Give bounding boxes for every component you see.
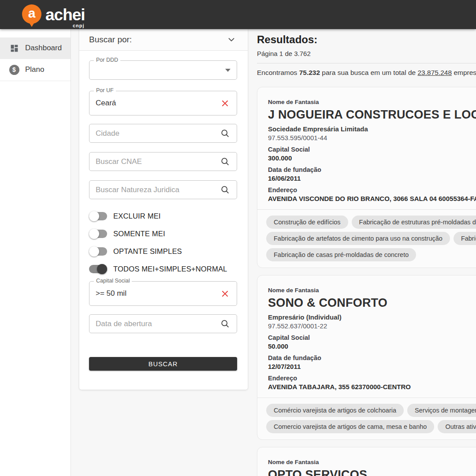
summary-total-link[interactable]: 23.875.248 — [418, 69, 452, 76]
brand-logo[interactable]: a achei cnpj — [22, 5, 85, 24]
uf-input[interactable] — [96, 99, 219, 108]
search-icon[interactable] — [219, 156, 231, 167]
toggle-switch[interactable] — [89, 212, 107, 220]
result-card[interactable]: Nome de FantasiaSONO & CONFORTOEmpresári… — [257, 275, 476, 440]
card-name-label: Nome de Fantasia — [268, 459, 476, 465]
map-pin-icon: a — [22, 4, 41, 24]
card-field-value: 300.000 — [268, 154, 476, 162]
natureza-input[interactable] — [96, 186, 219, 194]
dashboard-icon — [9, 43, 19, 53]
toggle-switch[interactable] — [89, 230, 107, 238]
cnae-chip[interactable]: Comércio varejista de artigos de colchoa… — [266, 404, 404, 417]
cnpj-number: 97.553.595/0001-44 — [268, 134, 476, 141]
ddd-label: Por DDD — [94, 57, 120, 63]
cnae-input[interactable] — [96, 157, 219, 166]
cnae-chip[interactable]: Fabricação de outros artefatos de concre… — [454, 232, 476, 245]
card-name-label: Nome de Fantasia — [268, 287, 476, 294]
capital-label: Capital Social — [94, 278, 132, 284]
buscar-button[interactable]: BUSCAR — [89, 357, 237, 371]
toggle-knob — [89, 229, 99, 239]
chip-row: Construção de edifíciosFabricação de est… — [266, 216, 476, 229]
ddd-value[interactable] — [96, 66, 222, 74]
page-info: Página 1 de 3.762 — [257, 50, 476, 57]
summary-prefix: Encontramos — [257, 69, 299, 76]
toggle-label: EXCLUIR MEI — [113, 212, 161, 220]
company-name: OPTO SERVICOS — [268, 468, 476, 476]
legal-nature: Sociedade Empresária Limitada — [268, 125, 476, 133]
company-name: SONO & CONFORTO — [268, 296, 476, 310]
toggle-row: EXCLUIR MEI — [89, 211, 238, 221]
brand-sub: cnpj — [73, 23, 85, 28]
cnae-chip-section: Comércio varejista de artigos de colchoa… — [257, 398, 476, 439]
ddd-select[interactable]: Por DDD — [89, 60, 237, 80]
cnae-chip[interactable]: Comercio varejista de artigos de cama, m… — [266, 420, 434, 433]
uf-label: Por UF — [94, 87, 116, 93]
sidebar-item-label: Plano — [25, 65, 44, 74]
card-field-label: Capital Social — [268, 146, 476, 153]
app-header: a achei cnpj — [0, 0, 476, 29]
toggle-label: OPTANTE SIMPLES — [113, 247, 182, 256]
uf-field[interactable]: Por UF — [89, 91, 237, 115]
chip-row: Fabricação de artefatos de cimento para … — [266, 232, 476, 245]
cidade-field[interactable] — [89, 124, 237, 143]
result-card[interactable]: Nome de FantasiaOPTO SERVICOSSociedade E… — [257, 447, 476, 476]
search-icon[interactable] — [219, 128, 231, 139]
card-field-value: 50.000 — [268, 342, 476, 350]
chip-row: Fabricação de casas pré-moldadas de conc… — [266, 248, 476, 261]
filter-panel-header[interactable]: Buscar por: — [79, 29, 248, 51]
toggle-row: TODOS MEI+SIMPLES+NORMAL — [89, 264, 238, 274]
result-card[interactable]: Nome de FantasiaJ NOGUEIRA CONSTRUCOES E… — [257, 87, 476, 268]
toggle-knob — [89, 211, 99, 221]
natureza-field[interactable] — [89, 180, 237, 199]
sidebar-divider — [0, 81, 71, 81]
pin-letter: a — [28, 7, 36, 20]
card-field-label: Data de fundação — [268, 166, 476, 173]
card-field-label: Endereço — [268, 375, 476, 382]
cnpj-number: 97.552.637/0001-22 — [268, 322, 476, 330]
data-abertura-field[interactable] — [89, 314, 237, 333]
cnae-field[interactable] — [89, 152, 237, 171]
summary-middle: para sua busca em um total de — [320, 69, 417, 76]
cnae-chip[interactable]: Fabricação de artefatos de cimento para … — [266, 232, 450, 245]
results-summary: Encontramos 75.232 para sua busca em um … — [257, 69, 476, 77]
card-field-label: Endereço — [268, 186, 476, 193]
toggle-knob — [89, 246, 99, 257]
chevron-down-icon[interactable] — [226, 34, 237, 45]
search-icon[interactable] — [219, 318, 231, 330]
clear-uf-icon[interactable] — [219, 97, 231, 109]
dollar-icon: $ — [9, 64, 19, 75]
legal-nature: Empresário (Individual) — [268, 313, 476, 321]
card-field-label: Capital Social — [268, 334, 476, 341]
search-icon[interactable] — [219, 184, 231, 196]
sidebar-item-plano[interactable]: $ Plano — [0, 59, 71, 81]
results-pane: Resultados: Página 1 de 3.762 Encontramo… — [253, 29, 476, 476]
card-field-value: AVENIDA VISCONDE DO RIO BRANCO, 3066 SAL… — [268, 195, 476, 202]
card-info: Nome de FantasiaSONO & CONFORTOEmpresári… — [257, 275, 476, 398]
cidade-input[interactable] — [96, 129, 219, 138]
toggle-group: EXCLUIR MEISOMENTE MEIOPTANTE SIMPLESTOD… — [89, 211, 238, 274]
capital-input[interactable] — [96, 289, 219, 298]
toggle-label: TODOS MEI+SIMPLES+NORMAL — [113, 265, 227, 273]
toggle-label: SOMENTE MEI — [113, 230, 165, 238]
cnae-chip[interactable]: Outras atividades de serviços pessoais — [438, 420, 476, 433]
sidebar-item-dashboard[interactable]: Dashboard — [0, 37, 71, 59]
toggle-switch[interactable] — [89, 247, 107, 256]
cnae-chip[interactable]: Serviços de montagem de móveis de qualqu… — [407, 404, 476, 417]
toggle-knob — [97, 264, 107, 274]
card-field-value: 16/06/2011 — [268, 175, 476, 182]
card-info: Nome de FantasiaJ NOGUEIRA CONSTRUCOES E… — [257, 87, 476, 209]
chip-row: Comercio varejista de artigos de cama, m… — [266, 420, 476, 433]
brand-name: achei cnpj — [45, 7, 85, 23]
clear-capital-icon[interactable] — [219, 288, 231, 299]
cnae-chip[interactable]: Fabricação de casas pré-moldadas de conc… — [266, 248, 416, 261]
cnae-chip[interactable]: Fabricação de estruturas pré-moldadas de… — [352, 216, 476, 229]
data-abertura-input[interactable] — [96, 320, 219, 328]
toggle-row: SOMENTE MEI — [89, 228, 238, 239]
capital-field[interactable]: Capital Social — [89, 281, 237, 306]
card-info: Nome de FantasiaOPTO SERVICOSSociedade E… — [257, 447, 476, 476]
summary-suffix: empresas | 509 ms — [452, 69, 476, 76]
cnae-chip[interactable]: Construção de edifícios — [266, 216, 348, 229]
results-title: Resultados: — [257, 33, 476, 46]
sidebar: Dashboard $ Plano — [0, 29, 71, 476]
toggle-switch[interactable] — [89, 265, 107, 273]
